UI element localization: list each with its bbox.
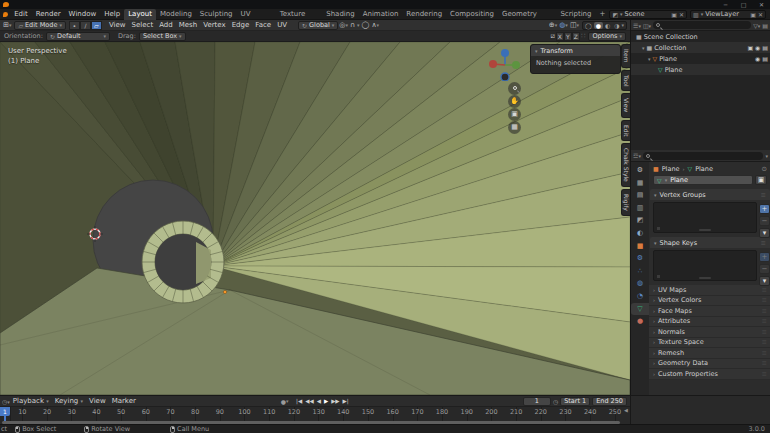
panel-normals[interactable]: ›Normals≡	[649, 327, 770, 338]
add-vertex-group-button[interactable]: +	[759, 204, 770, 214]
region-collapse-icon[interactable]: ◀	[624, 407, 628, 413]
next-keyframe-button[interactable]: ▶▶	[330, 397, 341, 406]
panel-remesh[interactable]: ›Remesh≡	[649, 348, 770, 359]
list-resize-grip[interactable]	[699, 277, 711, 279]
panel-shape-keys[interactable]: ▾ Shape Keys ≡	[650, 237, 770, 248]
tab-object-data-properties[interactable]: ▽	[631, 303, 649, 316]
perspective-toggle-button[interactable]: ▦	[508, 121, 521, 134]
jump-to-start-button[interactable]: |◀	[295, 397, 304, 406]
datablock-name-field[interactable]: ▽▾ Plane	[653, 175, 753, 185]
pin-icon[interactable]: ⊙	[762, 165, 767, 173]
panel-vertex-groups[interactable]: ▾ Vertex Groups ≡	[650, 189, 770, 200]
filter-icon[interactable]: ▽▾	[753, 22, 760, 29]
pivot-point-dropdown[interactable]: ◎▾	[338, 21, 349, 29]
close-button[interactable]: ✕	[753, 0, 770, 9]
camera-view-button[interactable]: ▣	[508, 108, 521, 121]
mirror-y-button[interactable]: Y	[564, 32, 572, 41]
shading-rendered-icon[interactable]: ◑	[612, 22, 621, 29]
shield-icon[interactable]: ▣	[755, 175, 767, 185]
maximize-button[interactable]: □	[735, 0, 752, 9]
menu-edit[interactable]: Edit	[10, 10, 32, 18]
menu-render[interactable]: Render	[32, 10, 65, 18]
end-frame-field[interactable]: End 250	[592, 397, 627, 406]
outliner-options-icon[interactable]: ▤	[762, 22, 768, 29]
panel-texture-space[interactable]: ›Texture Space≡	[649, 338, 770, 349]
tab-chalk-style[interactable]: Chalk Style	[621, 143, 630, 187]
disable-render-icon[interactable]: ▤	[762, 44, 768, 51]
shape-keys-list[interactable]	[653, 250, 757, 281]
shading-wireframe-icon[interactable]: ◯	[583, 22, 594, 29]
disable-render-icon[interactable]: ▤	[762, 55, 768, 62]
new-scene-icon[interactable]: ▣	[671, 11, 677, 18]
remove-shape-key-button[interactable]: −	[759, 264, 770, 274]
mode-dropdown[interactable]: ▱ Edit Mode ▾	[14, 21, 66, 30]
vertex-select-button[interactable]: ∙	[69, 21, 80, 30]
play-button[interactable]: ▶	[322, 397, 329, 406]
unlink-scene-icon[interactable]: ✕	[679, 11, 684, 18]
exclude-checkbox-icon[interactable]: ▣	[747, 44, 753, 51]
tab-view-layer-properties[interactable]: ▥	[631, 202, 649, 215]
menu-window[interactable]: Window	[65, 10, 101, 18]
shading-settings-dropdown[interactable]: ▾	[621, 22, 626, 28]
show-overlays-dropdown[interactable]: ◍▾	[558, 21, 569, 29]
navigation-gizmo[interactable]	[487, 45, 523, 81]
properties-search-input[interactable]	[643, 152, 764, 160]
menu-playback[interactable]: Playback ▾	[10, 397, 52, 405]
tab-item[interactable]: Item	[621, 44, 630, 68]
editor-type-icon[interactable]: ⊞▾	[2, 21, 12, 29]
face-select-button[interactable]: ▱	[91, 21, 102, 30]
snap-toggle-icon[interactable]: ∩	[349, 21, 356, 29]
panel-uv-maps[interactable]: ›UV Maps≡	[649, 285, 770, 296]
tab-rigify[interactable]: Rigify	[621, 189, 630, 216]
options-dropdown[interactable]: Options ▾	[588, 32, 626, 41]
menu-marker[interactable]: Marker	[109, 397, 139, 405]
panel-vertex-colors[interactable]: ›Vertex Colors≡	[649, 296, 770, 307]
breadcrumb-object[interactable]: Plane	[662, 165, 680, 173]
panel-face-maps[interactable]: ›Face Maps≡	[649, 306, 770, 317]
viewport-3d[interactable]: User Perspective (1) Plane ✋ ▣ ▦ ▾ Trans…	[0, 42, 630, 395]
outliner-row-plane-data[interactable]: ▽ Plane	[631, 64, 770, 75]
display-mode-dropdown[interactable]: ☰▾	[633, 22, 641, 29]
tab-modifier-properties[interactable]: ⚙	[631, 252, 649, 265]
workspace-tab-scripting[interactable]: Scripting	[556, 9, 595, 20]
auto-keying-dropdown[interactable]: ▾	[286, 398, 289, 404]
zoom-view-button[interactable]	[508, 82, 521, 95]
expand-icon[interactable]: ▾	[642, 45, 645, 51]
xray-toggle-icon[interactable]: ◫▾	[569, 21, 580, 29]
playhead[interactable]: 1	[0, 407, 10, 416]
tab-output-properties[interactable]: ▤	[631, 189, 649, 202]
outliner-search-input[interactable]	[653, 21, 751, 29]
add-shape-key-button[interactable]: +	[759, 252, 770, 262]
new-viewlayer-icon[interactable]: ▣	[750, 11, 756, 18]
menu-face[interactable]: Face	[252, 21, 274, 29]
snap-base-icon[interactable]: ∷	[580, 32, 586, 40]
tab-world-properties[interactable]: ◐	[631, 227, 649, 240]
blender-menu-icon[interactable]	[3, 12, 8, 17]
proportional-falloff-dropdown[interactable]: ∧▾	[370, 21, 380, 29]
panel-attributes[interactable]: ›Attributes≡	[649, 317, 770, 328]
editor-type-icon[interactable]: ◷▾	[2, 398, 10, 405]
workspace-tab-shading[interactable]: Shading	[322, 9, 358, 20]
menu-add[interactable]: Add	[156, 21, 176, 29]
mirror-z-button[interactable]: Z	[572, 32, 580, 41]
orientation-default-dropdown[interactable]: ↻ Default ▾	[46, 32, 110, 41]
menu-help[interactable]: Help	[100, 10, 124, 18]
workspace-tab-texture-paint[interactable]: Texture Paint	[276, 9, 323, 20]
axis-y-icon[interactable]	[512, 61, 520, 69]
tab-edit[interactable]: Edit	[621, 120, 630, 142]
edge-select-button[interactable]: /	[80, 21, 91, 30]
vertex-groups-list[interactable]	[653, 202, 757, 233]
remove-vertex-group-button[interactable]: −	[759, 216, 770, 226]
properties-options-dropdown[interactable]: ▾	[765, 153, 768, 159]
panel-custom-properties[interactable]: ›Custom Properties≡	[649, 369, 770, 380]
transform-orientation-dropdown[interactable]: ↻ Global ▾	[298, 21, 338, 30]
add-workspace-button[interactable]: +	[596, 9, 610, 20]
menu-edge[interactable]: Edge	[229, 21, 253, 29]
menu-view-timeline[interactable]: View	[86, 397, 109, 405]
axis-x-icon[interactable]	[489, 60, 497, 68]
scene-selector[interactable]: ◩▾ Scene ▣ ✕	[609, 10, 687, 19]
outliner-row-collection[interactable]: ▾ ▦ Collection ▣ ◉ ▤	[631, 42, 770, 53]
expand-icon[interactable]: ▾	[648, 56, 651, 62]
tab-scene-properties[interactable]: ◩	[631, 214, 649, 227]
editor-type-icon[interactable]: ☲▾	[633, 152, 641, 159]
